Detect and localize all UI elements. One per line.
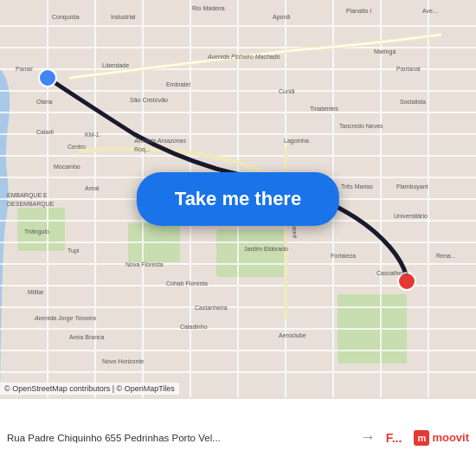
label-rio-madeira: Rio Madeira bbox=[192, 5, 225, 11]
label-fortaleza: Fortaleza bbox=[331, 253, 356, 259]
label-novo-horizonte: Novo Horizonte bbox=[102, 358, 144, 364]
label-jardim-eldorado: Jardim Eldorado bbox=[244, 246, 288, 252]
bottom-bar: Rua Padre Chiquinho 655 Pedrinhas Porto … bbox=[0, 398, 476, 476]
label-socialista: Socialista bbox=[400, 99, 426, 105]
map-container: Conquista Industrial Rio Madeira Aponã P… bbox=[0, 0, 476, 398]
label-av-pinheiro: Avenida Pinheiro Machado bbox=[207, 54, 280, 60]
app: Conquista Industrial Rio Madeira Aponã P… bbox=[0, 0, 476, 476]
label-universitario: Universitário bbox=[394, 213, 428, 219]
label-sao-cristovao: São Cristóvão bbox=[130, 97, 168, 103]
label-calaril: Calaril bbox=[36, 129, 54, 135]
label-nova-floresta: Nova Floresta bbox=[125, 261, 164, 267]
label-roque: Roq... bbox=[134, 146, 151, 153]
label-av-jorge: Avenida Jorge Teixeira bbox=[34, 315, 96, 322]
label-tupi: Tupi bbox=[68, 248, 80, 254]
svg-rect-3 bbox=[216, 229, 286, 277]
label-ave: Ave... bbox=[422, 8, 438, 14]
arrow-icon: → bbox=[355, 428, 381, 447]
moovit-logo: m moovit bbox=[414, 430, 469, 446]
label-castanheira: Castanheira bbox=[195, 305, 228, 311]
label-olaria: Olaria bbox=[36, 99, 53, 105]
label-pantanal: Pantanal bbox=[396, 66, 421, 72]
label-cunia: Cuniã bbox=[279, 88, 294, 94]
label-embratel: Embratel bbox=[166, 81, 190, 87]
label-flamboyant: Flamboyant bbox=[396, 183, 428, 190]
label-cohab-floresta: Cohab Floresta bbox=[166, 280, 208, 286]
map-attribution: © OpenStreetMap contributors | © OpenMap… bbox=[0, 383, 179, 395]
label-triangulo: Triângulo bbox=[24, 228, 49, 235]
label-militar: Militar bbox=[28, 289, 44, 295]
label-tiradentes: Tiradentes bbox=[310, 106, 338, 112]
label-liberdade: Liberdade bbox=[102, 62, 129, 68]
label-areia-branca: Areia Branca bbox=[69, 334, 105, 340]
label-tres-marias: Três Marias bbox=[341, 183, 373, 190]
label-av-amazonas: Avenida Amazonas bbox=[133, 138, 186, 144]
take-me-there-button[interactable]: Take me there bbox=[137, 172, 339, 226]
label-cascalheira: Cascalheira bbox=[376, 270, 408, 276]
label-maringa: Maringá bbox=[374, 48, 396, 55]
svg-point-34 bbox=[402, 277, 411, 286]
moovit-logo-icon: m bbox=[414, 430, 429, 446]
label-desembarque: DESEMBARQUE bbox=[7, 201, 55, 208]
moovit-logo-text: moovit bbox=[432, 431, 469, 444]
svg-point-32 bbox=[39, 69, 56, 87]
label-centro: Centro bbox=[68, 144, 86, 150]
label-areal: Areal bbox=[85, 185, 100, 191]
destination-label: F... bbox=[386, 431, 402, 445]
label-rena: Rena... bbox=[436, 253, 456, 259]
label-caladinho: Caladinho bbox=[180, 324, 208, 330]
label-km1: KM-1 bbox=[85, 132, 100, 138]
label-aeroclube: Aeroclube bbox=[279, 332, 306, 338]
label-tancredo: Tancredo Neves bbox=[339, 123, 383, 129]
label-industrial: Industrial bbox=[111, 14, 136, 20]
label-conquista: Conquista bbox=[52, 14, 80, 21]
label-mocambo: Mocambo bbox=[54, 164, 80, 170]
origin-marker bbox=[39, 69, 56, 87]
label-apona: Aponã bbox=[273, 14, 290, 21]
origin-label: Rua Padre Chiquinho 655 Pedrinhas Porto … bbox=[7, 433, 350, 443]
label-embarque: EMBARQUE E bbox=[7, 192, 48, 199]
label-panair: Panair bbox=[16, 66, 34, 72]
label-planalto: Planalto I bbox=[346, 8, 371, 14]
label-lagoinha: Lagoinha bbox=[284, 138, 309, 145]
